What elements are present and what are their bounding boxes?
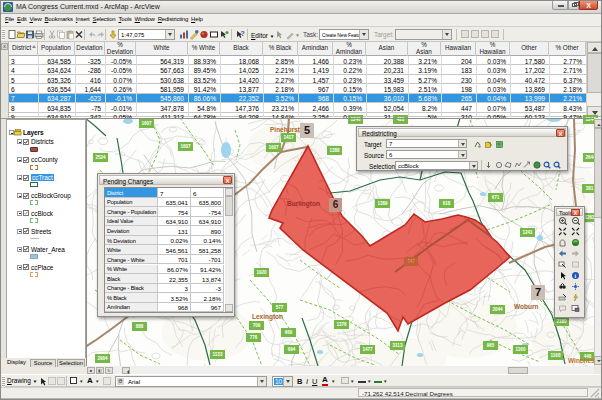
svg-text:?: ? <box>241 30 245 37</box>
